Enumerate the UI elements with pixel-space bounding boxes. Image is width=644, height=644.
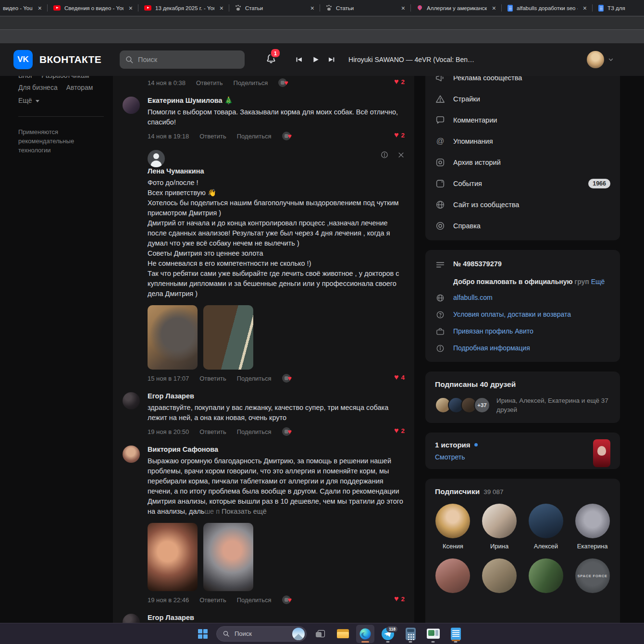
menu-item-help[interactable]: Справка: [425, 215, 620, 236]
browser-tab[interactable]: видео - YouTub ×: [0, 0, 47, 16]
reactions-cluster[interactable]: ♥: [282, 595, 297, 604]
avatar[interactable]: [482, 504, 517, 538]
previous-track-icon[interactable]: [295, 55, 303, 64]
avatar[interactable]: [529, 558, 563, 593]
avatar[interactable]: [482, 558, 517, 593]
browser-tab[interactable]: 13 декабря 2025 г. - YouTub ×: [138, 0, 229, 16]
avatar[interactable]: [575, 504, 610, 538]
payment-terms-link[interactable]: Условия оплаты, доставки и возврата: [453, 310, 571, 319]
comment-date[interactable]: 19 ноя в 22:46: [148, 596, 189, 604]
notifications-bell[interactable]: 1: [265, 52, 277, 67]
taskbar-search[interactable]: [216, 626, 307, 642]
like-button[interactable]: ♥2: [394, 427, 405, 434]
chevron-down-icon[interactable]: [607, 56, 614, 63]
comment-photo[interactable]: [203, 523, 253, 591]
sidebar-link-authors[interactable]: Авторам: [66, 84, 93, 91]
share-button[interactable]: Поделиться: [237, 428, 272, 435]
calculator-button[interactable]: [401, 625, 420, 643]
report-icon[interactable]: [380, 150, 389, 159]
status-more-link[interactable]: Ещё: [591, 278, 605, 285]
profile-avatar[interactable]: [587, 51, 604, 68]
browser-tab[interactable]: Сведения о видео - YouTub ×: [48, 0, 138, 16]
task-view-button[interactable]: [311, 625, 329, 643]
tab-close-icon[interactable]: ×: [37, 5, 43, 12]
comment-date[interactable]: 19 ноя в 20:50: [148, 428, 189, 435]
avatar[interactable]: [435, 558, 470, 593]
tab-close-icon[interactable]: ×: [218, 5, 225, 12]
comment-date[interactable]: 14 ноя в 0:38: [148, 79, 186, 87]
subscriber[interactable]: Екатерина: [574, 504, 610, 550]
notepad-button[interactable]: [446, 625, 465, 643]
comment-date[interactable]: 14 ноя в 19:18: [148, 133, 189, 140]
share-button[interactable]: Поделиться: [234, 79, 268, 87]
like-button[interactable]: ♥2: [394, 78, 405, 86]
browser-tab[interactable]: alfabulls доработки seo - G ×: [502, 0, 592, 16]
like-button[interactable]: ♥4: [394, 373, 405, 381]
share-button[interactable]: Поделиться: [237, 596, 272, 604]
tab-close-icon[interactable]: ×: [127, 5, 134, 12]
taskbar-search-input[interactable]: [234, 630, 288, 638]
avatar[interactable]: [123, 97, 140, 114]
start-button[interactable]: [194, 625, 212, 643]
tab-close-icon[interactable]: ×: [400, 5, 407, 12]
subscribers-title[interactable]: Подписчики: [435, 487, 480, 496]
sidebar-more[interactable]: Ещё: [18, 97, 113, 104]
avatar[interactable]: [123, 392, 140, 409]
comment-author[interactable]: Егор Лазарев: [148, 613, 405, 622]
comment-photo[interactable]: [203, 305, 253, 370]
show-more-link[interactable]: Показать ещё: [222, 508, 267, 515]
like-button[interactable]: ♥2: [394, 131, 405, 139]
menu-item-comments[interactable]: Комментарии: [425, 110, 620, 131]
detailed-info-link[interactable]: Подробная информация: [453, 344, 530, 352]
like-button[interactable]: ♥2: [394, 595, 405, 603]
comment-photo[interactable]: [148, 305, 198, 370]
reply-button[interactable]: Ответить: [199, 375, 226, 382]
now-playing-track[interactable]: Hiroyuki SAWANO — 4eVR (Vocal: Ben…: [348, 56, 474, 63]
telegram-button[interactable]: 118: [379, 625, 397, 643]
subscriber[interactable]: Ксения: [435, 504, 471, 550]
tab-close-icon[interactable]: ×: [309, 5, 316, 12]
comment-photo[interactable]: [148, 523, 198, 591]
avatar[interactable]: [529, 504, 563, 538]
comment-author[interactable]: Лена Чуманкина: [148, 166, 405, 176]
reactions-cluster[interactable]: ♥: [278, 78, 294, 87]
story-thumbnail[interactable]: [593, 439, 610, 467]
friends-avatar-stack[interactable]: +37: [435, 397, 490, 413]
subscriber[interactable]: [528, 558, 564, 593]
header-search[interactable]: [120, 50, 245, 69]
reactions-cluster[interactable]: ♥: [282, 132, 297, 140]
vk-logo[interactable]: VK: [13, 50, 33, 69]
media-app-button[interactable]: [424, 625, 442, 643]
avatar[interactable]: [123, 614, 140, 623]
sidebar-link-blog[interactable]: Блог: [18, 76, 33, 79]
menu-item-events[interactable]: События 1966: [425, 173, 620, 194]
reply-button[interactable]: Ответить: [199, 596, 226, 604]
comment-author[interactable]: Егор Лазарев: [148, 391, 405, 401]
close-icon[interactable]: [397, 151, 405, 159]
comment-author[interactable]: Виктория Сафонова: [148, 445, 405, 454]
share-button[interactable]: Поделиться: [237, 133, 272, 140]
reply-button[interactable]: Ответить: [199, 428, 226, 435]
avatar[interactable]: SPACE FORCE: [575, 558, 610, 593]
comment-date[interactable]: 15 ноя в 17:07: [148, 375, 189, 382]
comment-author[interactable]: Екатерина Шумилова 🎄: [148, 96, 405, 105]
avatar[interactable]: [435, 504, 470, 538]
subscriber[interactable]: [435, 558, 471, 593]
reactions-cluster[interactable]: ♥: [282, 374, 297, 383]
edge-browser-button[interactable]: [356, 625, 374, 643]
browser-tab[interactable]: Статьи ×: [320, 0, 410, 16]
menu-item-mentions[interactable]: @ Упоминания: [425, 131, 620, 152]
browser-tab[interactable]: Аллергии у американск ×: [411, 0, 501, 16]
play-icon[interactable]: [311, 55, 320, 64]
reply-button[interactable]: Ответить: [199, 133, 226, 140]
community-website-link[interactable]: alfabulls.com: [453, 293, 493, 302]
next-track-icon[interactable]: [327, 55, 336, 64]
sidebar-link-developers[interactable]: Разработчикам: [41, 76, 89, 79]
menu-item-strikes[interactable]: Страйки: [425, 88, 620, 110]
avito-profile-link[interactable]: Привязан профиль Авито: [453, 327, 533, 335]
friends-more-count[interactable]: +37: [474, 397, 490, 413]
avatar[interactable]: [123, 446, 140, 463]
tab-close-icon[interactable]: ×: [491, 5, 497, 12]
browser-tab[interactable]: Статьи ×: [229, 0, 320, 16]
menu-item-ads[interactable]: Реклама сообщества: [425, 76, 620, 88]
